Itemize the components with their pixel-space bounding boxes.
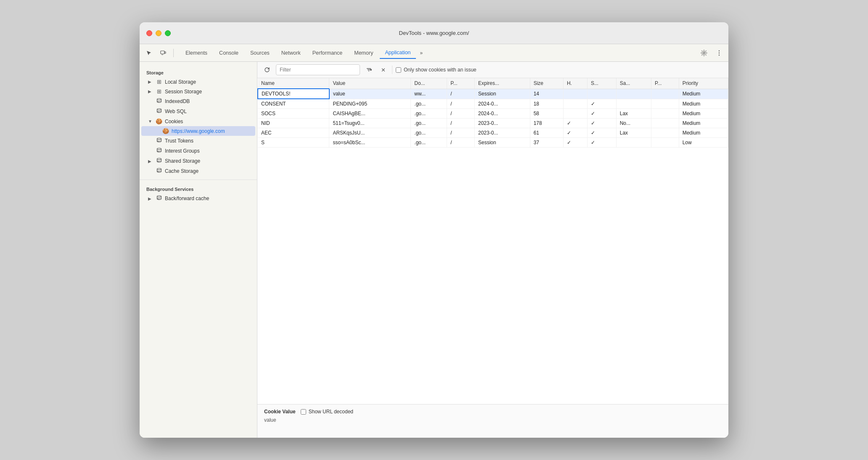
col-samesite[interactable]: Sa... (616, 78, 651, 89)
table-row[interactable]: SOCS CAISHAgBE... .go... / 2024-0... 58 … (258, 109, 728, 119)
cookie-value-text: value (264, 417, 722, 423)
clear-filter-button[interactable]: ✕ (378, 64, 389, 75)
svg-point-7 (157, 98, 161, 100)
cookie-value-header: Cookie Value Show URL decoded (264, 409, 722, 415)
sidebar-item-session-storage[interactable]: ▶ ⊞ Session Storage (141, 87, 255, 96)
cell-domain-devtools: ww... (411, 89, 447, 99)
more-options-icon[interactable] (713, 47, 725, 59)
tab-performance[interactable]: Performance (307, 48, 348, 58)
sidebar-item-interest-groups[interactable]: Interest Groups (141, 146, 255, 156)
bg-services-label: Background Services (140, 183, 257, 193)
cell-domain-socs: .go... (411, 109, 447, 119)
cell-s-socs: ✓ (587, 109, 616, 119)
session-storage-icon: ⊞ (156, 88, 162, 95)
cell-p-nid (651, 119, 679, 128)
sidebar-item-cache-storage[interactable]: Cache Storage (141, 166, 255, 176)
minimize-button[interactable] (156, 30, 161, 36)
sidebar-item-backforward-cache[interactable]: ▶ Back/forward cache (141, 193, 255, 204)
cell-s-aec: ✓ (587, 128, 616, 138)
cell-expires-socs: 2024-0... (474, 109, 530, 119)
col-partition[interactable]: P... (651, 78, 679, 89)
sidebar-item-indexeddb[interactable]: IndexedDB (141, 96, 255, 106)
cell-domain-s: .go... (411, 138, 447, 148)
cell-h-nid: ✓ (563, 119, 587, 128)
table-row[interactable]: CONSENT PENDING+095 .go... / 2024-0... 1… (258, 99, 728, 109)
svg-point-9 (157, 138, 161, 140)
cell-expires-consent: 2024-0... (474, 99, 530, 109)
cell-domain-nid: .go... (411, 119, 447, 128)
filter-settings-icon[interactable] (363, 64, 374, 75)
table-row[interactable]: NID 511=Tsugv0... .go... / 2023-0... 178… (258, 119, 728, 128)
col-secure[interactable]: S... (587, 78, 616, 89)
table-row[interactable]: DEVTOOLS! value ww... / Session 14 Mediu… (258, 89, 728, 99)
cell-path-devtools: / (447, 89, 475, 99)
maximize-button[interactable] (165, 30, 171, 36)
cookies-label: Cookies (165, 119, 183, 124)
cell-path-s: / (447, 138, 475, 148)
shared-storage-icon (156, 158, 162, 164)
col-size[interactable]: Size (530, 78, 563, 89)
sidebar-item-trust-tokens[interactable]: Trust Tokens (141, 136, 255, 146)
cookie-table-body: DEVTOOLS! value ww... / Session 14 Mediu… (258, 89, 728, 148)
only-issues-checkbox-label[interactable]: Only show cookies with an issue (396, 67, 476, 73)
sidebar-item-google-cookies[interactable]: 🍪 https://www.google.com (141, 126, 255, 136)
cell-expires-aec: 2023-0... (474, 128, 530, 138)
cookies-icon: 🍪 (156, 118, 162, 124)
cell-s-s: ✓ (587, 138, 616, 148)
only-issues-checkbox[interactable] (396, 67, 401, 73)
tab-icons (143, 47, 175, 59)
col-priority[interactable]: Priority (679, 78, 728, 89)
cursor-icon[interactable] (143, 47, 155, 59)
tab-application[interactable]: Application (380, 47, 415, 59)
cell-name-socs: SOCS (258, 109, 329, 119)
tab-sources[interactable]: Sources (245, 48, 275, 58)
device-icon[interactable] (157, 47, 169, 59)
cell-size-socs: 58 (530, 109, 563, 119)
expand-arrow-session-storage: ▶ (148, 89, 153, 94)
tab-network[interactable]: Network (276, 48, 306, 58)
show-url-decoded-text: Show URL decoded (309, 409, 353, 415)
sidebar-item-shared-storage[interactable]: ▶ Shared Storage (141, 156, 255, 166)
cell-name-s: S (258, 138, 329, 148)
websql-label: Web SQL (165, 108, 187, 114)
cell-name-devtools: DEVTOOLS! (258, 89, 329, 99)
cell-size-nid: 178 (530, 119, 563, 128)
cell-h-devtools (563, 89, 587, 99)
cell-p-devtools (651, 89, 679, 99)
col-value[interactable]: Value (329, 78, 411, 89)
svg-point-6 (719, 54, 720, 55)
sidebar-item-local-storage[interactable]: ▶ ⊞ Local Storage (141, 77, 255, 87)
traffic-lights (146, 30, 171, 36)
cell-value-aec: ARSKqsJsU... (329, 128, 411, 138)
tab-elements[interactable]: Elements (180, 48, 212, 58)
show-url-decoded-label[interactable]: Show URL decoded (301, 409, 353, 415)
cell-path-consent: / (447, 99, 475, 109)
cookie-table: Name Value Do... P... Expires... Size H.… (257, 78, 728, 148)
storage-section-label: Storage (140, 67, 257, 77)
filter-input[interactable] (276, 64, 360, 75)
settings-icon[interactable] (698, 47, 710, 59)
cell-sa-s (616, 138, 651, 148)
refresh-button[interactable] (262, 64, 273, 75)
show-url-decoded-checkbox[interactable] (301, 409, 306, 415)
close-button[interactable] (146, 30, 152, 36)
col-domain[interactable]: Do... (411, 78, 447, 89)
svg-point-3 (703, 52, 705, 54)
col-httponly[interactable]: H. (563, 78, 587, 89)
col-name[interactable]: Name (258, 78, 329, 89)
cell-value-nid: 511=Tsugv0... (329, 119, 411, 128)
content-area: Storage ▶ ⊞ Local Storage ▶ ⊞ Session St… (140, 62, 728, 438)
tab-console[interactable]: Console (214, 48, 243, 58)
cell-h-socs (563, 109, 587, 119)
trust-tokens-icon (156, 137, 162, 144)
sidebar-item-cookies[interactable]: ▼ 🍪 Cookies (141, 116, 255, 126)
tab-memory[interactable]: Memory (349, 48, 378, 58)
more-tabs-button[interactable]: » (418, 48, 426, 58)
devtools-window: DevTools - www.google.com/ Elements Cons… (140, 22, 728, 438)
cell-size-devtools: 14 (530, 89, 563, 99)
table-row[interactable]: AEC ARSKqsJsU... .go... / 2023-0... 61 ✓… (258, 128, 728, 138)
col-path[interactable]: P... (447, 78, 475, 89)
table-row[interactable]: S sso=sA0bSc... .go... / Session 37 ✓ ✓ … (258, 138, 728, 148)
col-expires[interactable]: Expires... (474, 78, 530, 89)
sidebar-item-websql[interactable]: Web SQL (141, 106, 255, 116)
